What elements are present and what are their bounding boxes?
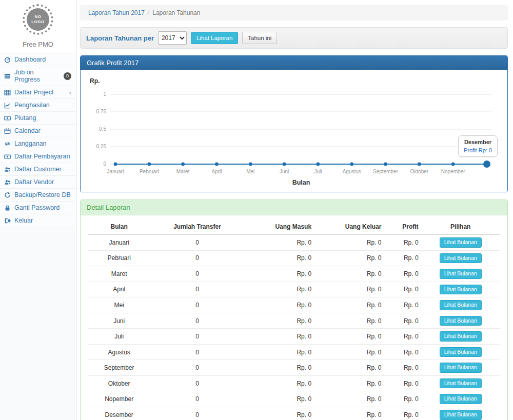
sidebar-item-piutang[interactable]: Piutang xyxy=(0,112,76,125)
lihat-bulanan-button[interactable]: Lihat Bulanan xyxy=(440,285,482,295)
sidebar-item-keluar[interactable]: Keluar xyxy=(0,214,76,227)
sidebar-item-daftar-vendor[interactable]: Daftar Vendor xyxy=(0,176,76,189)
svg-text:Maret: Maret xyxy=(176,169,190,174)
cell-jumlah_transfer: 0 xyxy=(150,282,244,297)
users-icon xyxy=(4,166,11,173)
sign-out-icon xyxy=(4,217,11,224)
svg-text:Bulan: Bulan xyxy=(292,179,310,186)
table-row: Januari0Rp. 0Rp. 0Rp. 0Lihat Bulanan xyxy=(88,234,500,250)
lihat-bulanan-button[interactable]: Lihat Bulanan xyxy=(440,237,482,248)
retweet-icon xyxy=(4,141,11,147)
cell-jumlah_transfer: 0 xyxy=(150,407,244,420)
sidebar-item-penghasilan[interactable]: Penghasilan xyxy=(0,99,76,112)
breadcrumb-current: Laporan Tahunan xyxy=(152,9,200,16)
cell-profit: Rp. 0 xyxy=(384,266,421,282)
lihat-bulanan-button[interactable]: Lihat Bulanan xyxy=(440,331,482,342)
chevron-left-icon: ‹ xyxy=(69,89,71,96)
cell-uang_masuk: Rp. 0 xyxy=(245,360,314,376)
breadcrumb-link-laporan-tahun[interactable]: Laporan Tahun 2017 xyxy=(88,9,145,16)
chart-tooltip: Desember Profit Rp: 0 xyxy=(458,135,498,157)
calendar-icon xyxy=(4,128,11,134)
lihat-bulanan-button[interactable]: Lihat Bulanan xyxy=(440,394,482,404)
detail-panel-body: Bulan Jumlah Transfer Uang Masuk Uang Ke… xyxy=(81,215,507,420)
profit-chart: Rp.10.750.50.250JanuariPebruariMaretApri… xyxy=(86,74,502,188)
dashboard-icon xyxy=(4,56,11,63)
line-chart-icon xyxy=(4,102,11,109)
cell-uang_keluar: Rp. 0 xyxy=(314,250,384,266)
sidebar-menu: Dashboard Job on Progress 0 Daftar Proje… xyxy=(0,53,76,227)
svg-text:April: April xyxy=(211,169,222,174)
cell-bulan: Mei xyxy=(88,297,150,313)
year-select[interactable]: 2017 xyxy=(158,31,187,45)
lihat-bulanan-button[interactable]: Lihat Bulanan xyxy=(440,347,482,357)
table-row: Agustus0Rp. 0Rp. 0Rp. 0Lihat Bulanan xyxy=(88,344,500,360)
cell-bulan: Nopember xyxy=(88,391,150,407)
cell-uang_masuk: Rp. 0 xyxy=(245,297,314,313)
chart-panel-body: Rp.10.750.50.250JanuariPebruariMaretApri… xyxy=(81,70,507,192)
svg-text:0: 0 xyxy=(103,161,106,167)
header-jumlah-transfer: Jumlah Transfer xyxy=(150,219,244,234)
cell-action: Lihat Bulanan xyxy=(422,266,500,282)
svg-text:Pebruari: Pebruari xyxy=(140,169,159,174)
sidebar-item-daftar-pembayaran[interactable]: Daftar Pembayaran xyxy=(0,150,76,163)
cell-uang_masuk: Rp. 0 xyxy=(245,391,314,407)
lihat-bulanan-button[interactable]: Lihat Bulanan xyxy=(440,269,482,279)
no-logo-seal: NO LOGO xyxy=(23,4,53,35)
tooltip-value: Profit Rp: 0 xyxy=(464,147,492,153)
lihat-bulanan-button[interactable]: Lihat Bulanan xyxy=(440,253,482,264)
cell-action: Lihat Bulanan xyxy=(422,375,500,391)
sidebar-item-dashboard[interactable]: Dashboard xyxy=(0,53,76,66)
cell-uang_masuk: Rp. 0 xyxy=(245,266,314,282)
sidebar-item-backup-restore-db[interactable]: Backup/Restore DB xyxy=(0,189,76,202)
lihat-bulanan-button[interactable]: Lihat Bulanan xyxy=(440,363,482,373)
sidebar-item-label: Daftar Vendor xyxy=(14,178,54,186)
users-icon xyxy=(4,179,11,186)
cell-uang_keluar: Rp. 0 xyxy=(314,313,384,329)
sidebar-item-label: Keluar xyxy=(14,217,33,224)
cell-profit: Rp. 0 xyxy=(384,250,421,266)
cell-bulan: Desember xyxy=(88,407,150,420)
lihat-bulanan-button[interactable]: Lihat Bulanan xyxy=(440,378,482,389)
cell-profit: Rp. 0 xyxy=(384,297,421,313)
svg-text:1: 1 xyxy=(103,91,106,97)
sidebar-item-label: Backup/Restore DB xyxy=(14,191,71,198)
sidebar-item-ganti-password[interactable]: Ganti Password xyxy=(0,202,76,214)
sidebar-item-label: Piutang xyxy=(14,114,36,122)
sidebar-item-job-on-progress[interactable]: Job on Progress 0 xyxy=(0,66,76,86)
cell-profit: Rp. 0 xyxy=(384,234,421,250)
cell-uang_masuk: Rp. 0 xyxy=(245,407,314,420)
cell-bulan: September xyxy=(88,360,150,376)
table-icon xyxy=(4,89,11,96)
svg-text:0.75: 0.75 xyxy=(96,109,107,114)
job-count-badge: 0 xyxy=(64,72,71,80)
cell-action: Lihat Bulanan xyxy=(422,313,500,329)
cell-jumlah_transfer: 0 xyxy=(150,234,244,250)
cell-jumlah_transfer: 0 xyxy=(150,391,244,407)
table-row: Desember0Rp. 0Rp. 0Rp. 0Lihat Bulanan xyxy=(88,407,500,420)
tahun-ini-button[interactable]: Tahun ini xyxy=(242,32,277,45)
cell-jumlah_transfer: 0 xyxy=(150,375,244,391)
sidebar-item-daftar-customer[interactable]: Daftar Customer xyxy=(0,163,76,176)
sidebar-item-daftar-project[interactable]: Daftar Project ‹ xyxy=(0,86,76,99)
tooltip-month: Desember xyxy=(464,139,492,145)
svg-text:Juni: Juni xyxy=(280,169,289,174)
table-row: Nopember0Rp. 0Rp. 0Rp. 0Lihat Bulanan xyxy=(88,391,500,407)
profit-chart-panel: Grafik Profit 2017 Rp.10.750.50.250Janua… xyxy=(80,55,508,192)
cell-uang_keluar: Rp. 0 xyxy=(314,234,384,250)
svg-text:Rp.: Rp. xyxy=(90,77,100,85)
cell-action: Lihat Bulanan xyxy=(422,234,500,250)
cell-bulan: Juni xyxy=(88,313,150,329)
cell-jumlah_transfer: 0 xyxy=(150,329,244,345)
sidebar-item-label: Calendar xyxy=(14,127,41,134)
lihat-laporan-button[interactable]: Lihat Laporan xyxy=(191,32,238,45)
table-row: Oktober0Rp. 0Rp. 0Rp. 0Lihat Bulanan xyxy=(88,375,500,391)
sidebar: NO LOGO Free PMO Dashboard Job on Progre… xyxy=(0,0,76,420)
lihat-bulanan-button[interactable]: Lihat Bulanan xyxy=(440,316,482,326)
lihat-bulanan-button[interactable]: Lihat Bulanan xyxy=(440,410,482,420)
lihat-bulanan-button[interactable]: Lihat Bulanan xyxy=(440,300,482,310)
cell-uang_keluar: Rp. 0 xyxy=(314,266,384,282)
sidebar-item-calendar[interactable]: Calendar xyxy=(0,125,76,137)
sidebar-item-langganan[interactable]: Langganan xyxy=(0,137,76,150)
cell-bulan: Agustus xyxy=(88,344,150,360)
cell-uang_masuk: Rp. 0 xyxy=(245,313,314,329)
